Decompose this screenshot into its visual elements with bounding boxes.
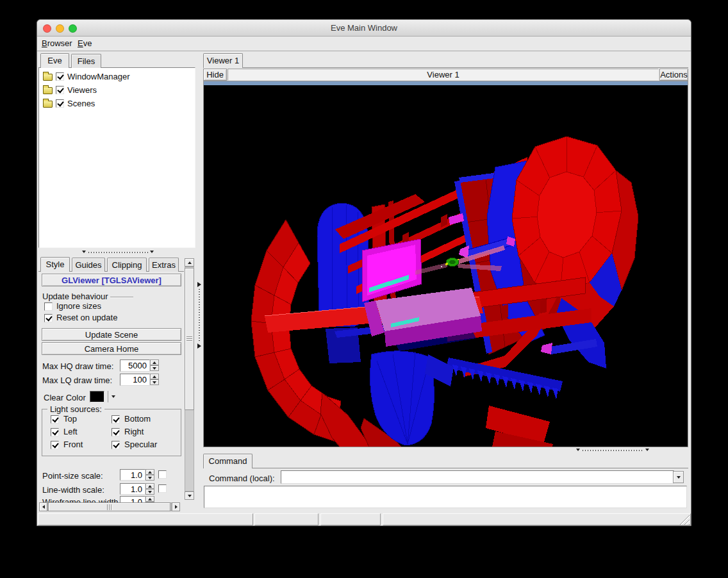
line-width-checkbox[interactable]: [158, 484, 167, 493]
light-bottom-checkbox[interactable]: [112, 415, 120, 424]
clear-color-label: Clear Color: [44, 393, 86, 402]
status-cell: [320, 513, 381, 525]
tree-item-label: Viewers: [67, 85, 97, 95]
point-size-field[interactable]: 1.0: [120, 469, 145, 481]
folder-icon: [43, 74, 53, 81]
desktop-background: Eve Main Window Browser Eve Eve Files Wi…: [0, 0, 728, 578]
light-left-checkbox[interactable]: [51, 428, 59, 436]
light-specular-checkbox[interactable]: [112, 441, 120, 449]
light-front-label: Front: [63, 440, 83, 449]
spin-up-icon[interactable]: [145, 496, 154, 502]
light-right-checkbox[interactable]: [112, 428, 120, 436]
ignore-sizes-label: Ignore sizes: [56, 301, 101, 311]
tab-viewer-1[interactable]: Viewer 1: [203, 53, 243, 68]
hide-button[interactable]: Hide: [203, 69, 227, 81]
reset-on-update-checkbox[interactable]: [44, 314, 53, 322]
viewer-header: Hide Viewer 1 Actions: [203, 67, 688, 81]
status-cell: [254, 513, 318, 525]
scroll-down-button[interactable]: [185, 491, 194, 500]
ignore-sizes-checkbox[interactable]: [44, 302, 53, 311]
command-input[interactable]: [281, 470, 674, 484]
menu-browser[interactable]: Browser: [38, 37, 76, 51]
max-hq-field[interactable]: 5000: [120, 359, 150, 372]
line-width-label: Line-width scale:: [42, 485, 104, 495]
light-sources-label: Light sources:: [47, 404, 104, 414]
chevron-down-icon: [112, 395, 115, 398]
light-top-checkbox[interactable]: [51, 415, 59, 424]
light-front-checkbox[interactable]: [51, 441, 59, 449]
tree-checkbox[interactable]: [56, 72, 64, 81]
spin-up-icon[interactable]: [145, 469, 154, 475]
actions-button[interactable]: Actions: [659, 69, 688, 81]
splitter-collapse-icon[interactable]: [576, 449, 580, 451]
scrollbar-thumb[interactable]: [185, 268, 194, 410]
spin-up-icon[interactable]: [150, 374, 159, 379]
command-dropdown-button[interactable]: [673, 471, 684, 483]
update-scene-button[interactable]: Update Scene: [42, 328, 181, 341]
max-hq-stepper[interactable]: [150, 359, 159, 372]
scroll-up-button[interactable]: [185, 258, 194, 267]
light-left-label: Left: [63, 427, 78, 436]
tree-item-scenes[interactable]: Scenes: [43, 97, 95, 110]
panel-splitter[interactable]: [197, 53, 202, 511]
command-panel: Command (local):: [203, 468, 688, 511]
splitter-collapse-icon[interactable]: [197, 343, 201, 349]
light-bottom-label: Bottom: [124, 414, 151, 424]
status-cell: [383, 513, 691, 525]
camera-home-button[interactable]: Camera Home: [42, 342, 181, 355]
viewer-title: Viewer 1: [228, 69, 659, 81]
scroll-left-button[interactable]: [39, 502, 47, 511]
line-width-field[interactable]: 1.0: [120, 483, 145, 495]
folder-icon: [43, 87, 53, 94]
tree-item-label: Scenes: [67, 99, 95, 108]
tree-checkbox[interactable]: [56, 99, 64, 108]
max-lq-label: Max LQ draw time:: [42, 376, 112, 385]
tab-guides[interactable]: Guides: [72, 258, 105, 272]
splitter-collapse-icon[interactable]: [82, 251, 86, 253]
update-behaviour-label: Update behaviour: [42, 292, 108, 301]
spin-down-icon[interactable]: [145, 475, 154, 481]
tab-extras[interactable]: Extras: [149, 258, 179, 272]
menu-eve[interactable]: Eve: [74, 37, 95, 51]
command-output[interactable]: [204, 486, 687, 508]
max-lq-stepper[interactable]: [150, 374, 159, 386]
splitter-collapse-icon[interactable]: [645, 449, 649, 451]
tree-item-label: WindowManager: [67, 72, 130, 81]
spin-up-icon[interactable]: [150, 359, 159, 365]
point-size-checkbox[interactable]: [158, 470, 167, 479]
tab-command[interactable]: Command: [203, 454, 252, 468]
divider: [110, 297, 133, 297]
titlebar[interactable]: Eve Main Window: [37, 20, 691, 37]
tree-item-windowmanager[interactable]: WindowManager: [43, 70, 130, 83]
tab-eve[interactable]: Eve: [40, 53, 69, 68]
tab-files[interactable]: Files: [71, 54, 101, 68]
spin-up-icon[interactable]: [145, 483, 154, 489]
point-size-label: Point-size scale:: [42, 471, 103, 481]
scroll-right-button[interactable]: [172, 502, 180, 511]
eve-tree-list[interactable]: WindowManager Viewers Scenes: [38, 67, 195, 248]
spin-down-icon[interactable]: [145, 489, 154, 495]
clear-color-swatch[interactable]: [90, 391, 104, 402]
tree-item-viewers[interactable]: Viewers: [43, 83, 97, 96]
tree-checkbox[interactable]: [56, 86, 64, 94]
splitter-collapse-icon[interactable]: [197, 282, 201, 287]
status-cell: [38, 513, 253, 525]
tab-clipping[interactable]: Clipping: [107, 258, 147, 272]
viewer-command-splitter[interactable]: [203, 447, 688, 454]
wireframe-field[interactable]: 1.0: [120, 496, 145, 502]
light-specular-label: Specular: [124, 440, 157, 449]
glviewer-button[interactable]: GLViewer [TGLSAViewer]: [42, 274, 181, 286]
spin-down-icon[interactable]: [150, 365, 159, 371]
light-top-label: Top: [63, 414, 77, 424]
tree-style-splitter[interactable]: [38, 249, 195, 256]
menubar: Browser Eve: [37, 37, 691, 51]
tab-style[interactable]: Style: [40, 257, 70, 272]
spin-down-icon[interactable]: [150, 379, 159, 385]
max-lq-field[interactable]: 100: [120, 374, 150, 386]
gl-canvas[interactable]: [203, 81, 688, 447]
grip-icon: [107, 504, 113, 510]
clear-color-dropdown[interactable]: [108, 391, 118, 402]
splitter-collapse-icon[interactable]: [150, 251, 154, 253]
scrollbar-thumb[interactable]: [48, 502, 170, 511]
command-prompt-label: Command (local):: [209, 474, 275, 483]
